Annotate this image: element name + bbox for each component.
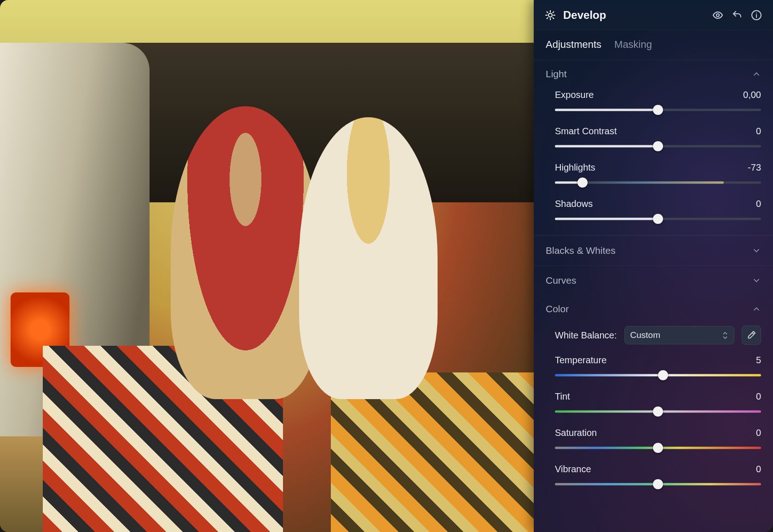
chevron-down-icon — [752, 246, 761, 255]
panel-header: Develop — [534, 0, 773, 30]
control-tint: Tint 0 — [534, 388, 773, 424]
control-temperature: Temperature 5 — [534, 351, 773, 388]
exposure-value[interactable]: 0,00 — [743, 90, 761, 100]
chevron-down-icon — [752, 276, 761, 285]
develop-icon — [544, 9, 557, 22]
chevron-up-icon — [752, 304, 761, 314]
smart-contrast-slider[interactable] — [555, 141, 761, 151]
exposure-label: Exposure — [555, 90, 594, 100]
panel-title: Develop — [563, 9, 705, 22]
slider-thumb[interactable] — [653, 443, 663, 453]
control-smart-contrast: Smart Contrast 0 — [534, 122, 773, 159]
white-balance-selected: Custom — [630, 330, 660, 340]
slider-thumb[interactable] — [653, 141, 663, 151]
select-stepper-icon — [722, 332, 728, 339]
shadows-label: Shadows — [555, 199, 593, 209]
slider-thumb[interactable] — [653, 406, 663, 417]
photo-region-person-left — [171, 106, 320, 399]
temperature-value[interactable]: 5 — [756, 355, 761, 366]
section-color-header[interactable]: Color — [534, 295, 773, 321]
white-balance-select[interactable]: Custom — [624, 326, 734, 344]
slider-thumb[interactable] — [577, 177, 588, 188]
tint-slider[interactable] — [555, 406, 761, 417]
slider-fill — [555, 109, 658, 111]
control-highlights: Highlights -73 — [534, 159, 773, 195]
app-root: Develop Adjustments Masking — [0, 0, 773, 532]
slider-fill — [555, 218, 658, 220]
slider-thumb[interactable] — [653, 479, 663, 489]
photo-region-person-right — [299, 117, 438, 399]
section-light-title: Light — [546, 69, 567, 80]
section-blacks-whites-header[interactable]: Blacks & Whites — [534, 235, 773, 265]
exposure-slider[interactable] — [555, 105, 761, 115]
slider-gradient-right — [583, 182, 724, 184]
section-blacks-whites-title: Blacks & Whites — [546, 245, 616, 256]
section-curves-header[interactable]: Curves — [534, 265, 773, 295]
control-vibrance: Vibrance 0 — [534, 460, 773, 497]
section-light-header[interactable]: Light — [534, 60, 773, 86]
tab-adjustments[interactable]: Adjustments — [546, 39, 601, 52]
tint-value[interactable]: 0 — [756, 391, 761, 402]
svg-point-9 — [716, 14, 719, 17]
white-balance-picker-button[interactable] — [742, 326, 761, 345]
svg-point-0 — [548, 13, 552, 17]
highlights-label: Highlights — [555, 162, 595, 173]
shadows-slider[interactable] — [555, 214, 761, 224]
slider-thumb[interactable] — [653, 214, 663, 224]
saturation-slider[interactable] — [555, 443, 761, 453]
svg-point-12 — [756, 12, 757, 13]
vibrance-slider[interactable] — [555, 479, 761, 489]
white-balance-label: White Balance: — [555, 330, 617, 341]
undo-icon[interactable] — [731, 9, 744, 22]
photo-canvas[interactable] — [0, 0, 534, 532]
slider-thumb[interactable] — [653, 105, 663, 115]
smart-contrast-label: Smart Contrast — [555, 126, 617, 137]
chevron-up-icon — [752, 69, 761, 79]
control-saturation: Saturation 0 — [534, 424, 773, 460]
saturation-value[interactable]: 0 — [756, 428, 761, 438]
temperature-label: Temperature — [555, 355, 606, 366]
info-icon[interactable] — [750, 9, 763, 22]
svg-line-5 — [547, 11, 548, 12]
svg-line-6 — [553, 17, 554, 18]
temperature-slider[interactable] — [555, 370, 761, 380]
slider-thumb[interactable] — [658, 370, 668, 380]
smart-contrast-value[interactable]: 0 — [756, 126, 761, 137]
tint-label: Tint — [555, 391, 570, 402]
panel-scroll[interactable]: Light Exposure 0,00 Smart Contras — [534, 60, 773, 532]
saturation-label: Saturation — [555, 428, 597, 438]
white-balance-row: White Balance: Custom — [534, 321, 773, 351]
svg-line-7 — [547, 17, 548, 18]
highlights-value[interactable]: -73 — [748, 162, 761, 173]
control-shadows: Shadows 0 — [534, 195, 773, 231]
section-color-title: Color — [546, 303, 569, 315]
eyedropper-icon — [746, 330, 756, 340]
preview-toggle-icon[interactable] — [711, 9, 724, 22]
tab-masking[interactable]: Masking — [614, 39, 652, 52]
develop-panel: Develop Adjustments Masking — [534, 0, 773, 532]
highlights-slider[interactable] — [555, 177, 761, 188]
svg-line-8 — [553, 11, 554, 12]
control-exposure: Exposure 0,00 — [534, 86, 773, 122]
shadows-value[interactable]: 0 — [756, 199, 761, 209]
slider-fill — [555, 145, 658, 148]
section-curves-title: Curves — [546, 275, 577, 286]
panel-tabs: Adjustments Masking — [534, 30, 773, 60]
vibrance-label: Vibrance — [555, 464, 591, 475]
vibrance-value[interactable]: 0 — [756, 464, 761, 475]
